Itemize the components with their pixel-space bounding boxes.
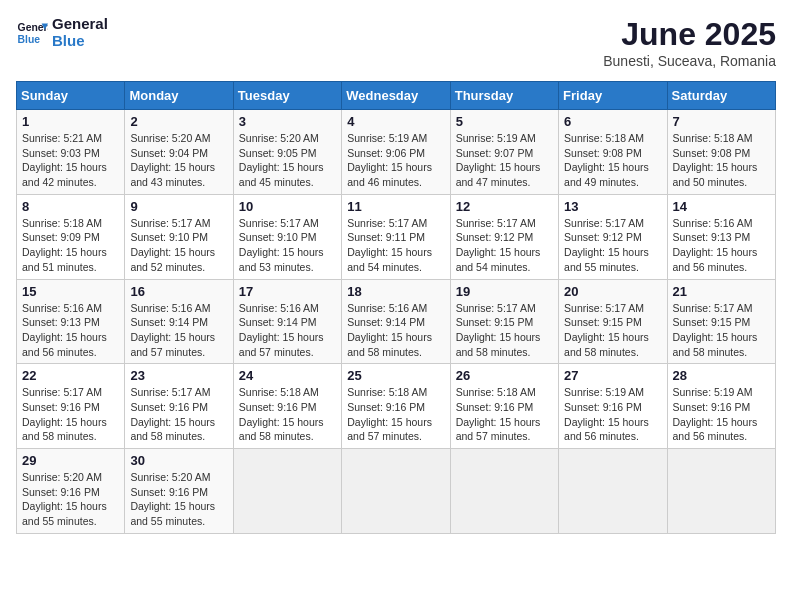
- logo-text-general: General: [52, 16, 108, 33]
- calendar-cell: 23 Sunrise: 5:17 AM Sunset: 9:16 PM Dayl…: [125, 364, 233, 449]
- sunrise-label: Sunrise: 5:17 AM: [673, 302, 753, 314]
- sunset-label: Sunset: 9:15 PM: [673, 316, 751, 328]
- cell-day-number: 24: [239, 368, 336, 383]
- cell-day-number: 30: [130, 453, 227, 468]
- sunrise-label: Sunrise: 5:18 AM: [673, 132, 753, 144]
- cell-day-number: 1: [22, 114, 119, 129]
- daylight-label: Daylight: 15 hours: [564, 246, 649, 258]
- sunrise-label: Sunrise: 5:18 AM: [239, 386, 319, 398]
- sunrise-label: Sunrise: 5:19 AM: [456, 132, 536, 144]
- cell-info: Sunrise: 5:17 AM Sunset: 9:11 PM Dayligh…: [347, 216, 444, 275]
- calendar-cell: 15 Sunrise: 5:16 AM Sunset: 9:13 PM Dayl…: [17, 279, 125, 364]
- daylight-label: Daylight: 15 hours: [130, 331, 215, 343]
- cell-day-number: 11: [347, 199, 444, 214]
- title-area: June 2025 Bunesti, Suceava, Romania: [603, 16, 776, 69]
- sunset-label: Sunset: 9:04 PM: [130, 147, 208, 159]
- cell-day-number: 5: [456, 114, 553, 129]
- cell-info: Sunrise: 5:18 AM Sunset: 9:09 PM Dayligh…: [22, 216, 119, 275]
- sunrise-label: Sunrise: 5:16 AM: [130, 302, 210, 314]
- header: General Blue General Blue June 2025 Bune…: [16, 16, 776, 69]
- week-row-1: 1 Sunrise: 5:21 AM Sunset: 9:03 PM Dayli…: [17, 110, 776, 195]
- calendar-cell: 18 Sunrise: 5:16 AM Sunset: 9:14 PM Dayl…: [342, 279, 450, 364]
- cell-info: Sunrise: 5:17 AM Sunset: 9:16 PM Dayligh…: [130, 385, 227, 444]
- cell-day-number: 26: [456, 368, 553, 383]
- calendar-cell: [667, 449, 775, 534]
- cell-day-number: 13: [564, 199, 661, 214]
- sunset-label: Sunset: 9:16 PM: [22, 486, 100, 498]
- cell-day-number: 18: [347, 284, 444, 299]
- sunset-label: Sunset: 9:12 PM: [456, 231, 534, 243]
- sunrise-label: Sunrise: 5:17 AM: [130, 217, 210, 229]
- cell-info: Sunrise: 5:18 AM Sunset: 9:16 PM Dayligh…: [239, 385, 336, 444]
- daylight-label: Daylight: 15 hours: [456, 331, 541, 343]
- daylight-minutes: and 50 minutes.: [673, 176, 748, 188]
- sunset-label: Sunset: 9:15 PM: [564, 316, 642, 328]
- daylight-label: Daylight: 15 hours: [239, 416, 324, 428]
- daylight-label: Daylight: 15 hours: [22, 331, 107, 343]
- daylight-minutes: and 49 minutes.: [564, 176, 639, 188]
- sunset-label: Sunset: 9:16 PM: [130, 401, 208, 413]
- calendar-cell: 17 Sunrise: 5:16 AM Sunset: 9:14 PM Dayl…: [233, 279, 341, 364]
- day-header-monday: Monday: [125, 82, 233, 110]
- sunset-label: Sunset: 9:16 PM: [347, 401, 425, 413]
- cell-day-number: 29: [22, 453, 119, 468]
- daylight-minutes: and 55 minutes.: [564, 261, 639, 273]
- sunset-label: Sunset: 9:03 PM: [22, 147, 100, 159]
- cell-info: Sunrise: 5:17 AM Sunset: 9:15 PM Dayligh…: [673, 301, 770, 360]
- calendar-cell: 11 Sunrise: 5:17 AM Sunset: 9:11 PM Dayl…: [342, 194, 450, 279]
- calendar-header-row: SundayMondayTuesdayWednesdayThursdayFrid…: [17, 82, 776, 110]
- sunrise-label: Sunrise: 5:17 AM: [564, 217, 644, 229]
- daylight-label: Daylight: 15 hours: [347, 416, 432, 428]
- sunset-label: Sunset: 9:10 PM: [239, 231, 317, 243]
- calendar-cell: 29 Sunrise: 5:20 AM Sunset: 9:16 PM Dayl…: [17, 449, 125, 534]
- cell-day-number: 7: [673, 114, 770, 129]
- cell-day-number: 16: [130, 284, 227, 299]
- daylight-label: Daylight: 15 hours: [130, 161, 215, 173]
- sunrise-label: Sunrise: 5:18 AM: [456, 386, 536, 398]
- daylight-label: Daylight: 15 hours: [673, 246, 758, 258]
- daylight-minutes: and 45 minutes.: [239, 176, 314, 188]
- week-row-5: 29 Sunrise: 5:20 AM Sunset: 9:16 PM Dayl…: [17, 449, 776, 534]
- daylight-label: Daylight: 15 hours: [22, 161, 107, 173]
- cell-day-number: 8: [22, 199, 119, 214]
- daylight-label: Daylight: 15 hours: [564, 331, 649, 343]
- sunrise-label: Sunrise: 5:20 AM: [130, 132, 210, 144]
- calendar-cell: 21 Sunrise: 5:17 AM Sunset: 9:15 PM Dayl…: [667, 279, 775, 364]
- sunrise-label: Sunrise: 5:17 AM: [347, 217, 427, 229]
- cell-info: Sunrise: 5:19 AM Sunset: 9:16 PM Dayligh…: [564, 385, 661, 444]
- cell-info: Sunrise: 5:17 AM Sunset: 9:12 PM Dayligh…: [564, 216, 661, 275]
- sunset-label: Sunset: 9:10 PM: [130, 231, 208, 243]
- cell-info: Sunrise: 5:17 AM Sunset: 9:15 PM Dayligh…: [564, 301, 661, 360]
- calendar-cell: 14 Sunrise: 5:16 AM Sunset: 9:13 PM Dayl…: [667, 194, 775, 279]
- sunrise-label: Sunrise: 5:16 AM: [673, 217, 753, 229]
- sunset-label: Sunset: 9:12 PM: [564, 231, 642, 243]
- location-title: Bunesti, Suceava, Romania: [603, 53, 776, 69]
- sunset-label: Sunset: 9:16 PM: [130, 486, 208, 498]
- sunrise-label: Sunrise: 5:20 AM: [22, 471, 102, 483]
- daylight-minutes: and 46 minutes.: [347, 176, 422, 188]
- calendar-cell: [559, 449, 667, 534]
- cell-info: Sunrise: 5:16 AM Sunset: 9:13 PM Dayligh…: [22, 301, 119, 360]
- sunset-label: Sunset: 9:14 PM: [239, 316, 317, 328]
- cell-info: Sunrise: 5:20 AM Sunset: 9:04 PM Dayligh…: [130, 131, 227, 190]
- daylight-minutes: and 55 minutes.: [22, 515, 97, 527]
- calendar-cell: 4 Sunrise: 5:19 AM Sunset: 9:06 PM Dayli…: [342, 110, 450, 195]
- cell-day-number: 9: [130, 199, 227, 214]
- calendar-cell: 26 Sunrise: 5:18 AM Sunset: 9:16 PM Dayl…: [450, 364, 558, 449]
- sunrise-label: Sunrise: 5:16 AM: [239, 302, 319, 314]
- daylight-minutes: and 56 minutes.: [673, 430, 748, 442]
- day-header-wednesday: Wednesday: [342, 82, 450, 110]
- cell-info: Sunrise: 5:17 AM Sunset: 9:12 PM Dayligh…: [456, 216, 553, 275]
- calendar-cell: 28 Sunrise: 5:19 AM Sunset: 9:16 PM Dayl…: [667, 364, 775, 449]
- svg-text:Blue: Blue: [18, 33, 41, 44]
- week-row-4: 22 Sunrise: 5:17 AM Sunset: 9:16 PM Dayl…: [17, 364, 776, 449]
- calendar-cell: 20 Sunrise: 5:17 AM Sunset: 9:15 PM Dayl…: [559, 279, 667, 364]
- cell-day-number: 20: [564, 284, 661, 299]
- sunrise-label: Sunrise: 5:18 AM: [22, 217, 102, 229]
- daylight-label: Daylight: 15 hours: [239, 161, 324, 173]
- calendar-cell: 7 Sunrise: 5:18 AM Sunset: 9:08 PM Dayli…: [667, 110, 775, 195]
- week-row-2: 8 Sunrise: 5:18 AM Sunset: 9:09 PM Dayli…: [17, 194, 776, 279]
- cell-info: Sunrise: 5:16 AM Sunset: 9:14 PM Dayligh…: [347, 301, 444, 360]
- sunset-label: Sunset: 9:16 PM: [22, 401, 100, 413]
- daylight-label: Daylight: 15 hours: [456, 416, 541, 428]
